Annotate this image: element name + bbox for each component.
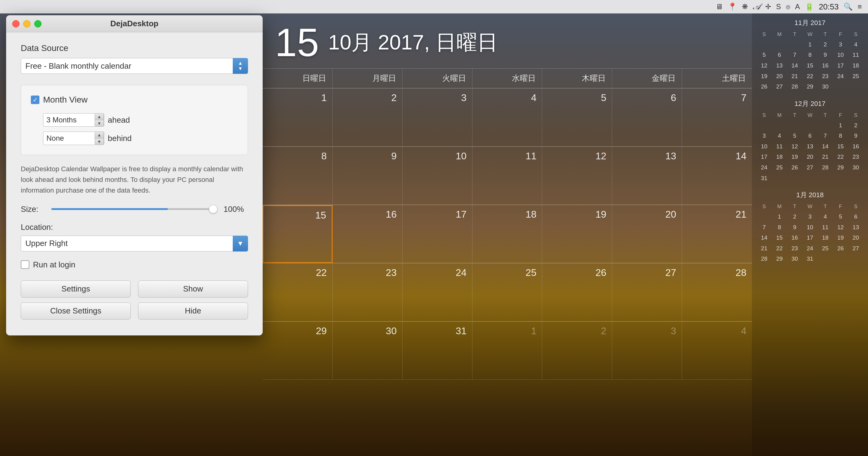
show-button[interactable]: Show [138, 281, 248, 298]
calendar-day-cell[interactable]: 2 [333, 89, 403, 146]
calendar-day-cell[interactable]: 1 [472, 322, 542, 380]
close-settings-button[interactable]: Close Settings [21, 302, 131, 320]
script-icon[interactable]: 𝒜 [753, 2, 760, 12]
calendar-day-cell[interactable]: 19 [542, 205, 612, 263]
mini-calendar-grid: SMTWTFS123456789101112131415161718192021… [757, 111, 863, 183]
mini-cal-header-cell: M [772, 202, 787, 211]
calendar-day-cell[interactable]: 22 [263, 263, 333, 321]
calendar-day-cell[interactable]: 30 [333, 322, 403, 380]
mini-cal-day-cell [818, 121, 833, 131]
mini-cal-day-cell: 19 [833, 233, 848, 243]
ahead-down-arrow[interactable]: ▼ [95, 120, 103, 127]
month-view-label: Month View [43, 95, 88, 105]
calendar-header-row: 日曜日月曜日火曜日水曜日木曜日金曜日土曜日 [263, 68, 752, 88]
calendar-day-cell[interactable]: 8 [263, 147, 333, 205]
mini-cal-day-cell: 22 [772, 243, 787, 254]
calendar-day-cell[interactable]: 1 [263, 89, 333, 146]
wifi-icon[interactable]: ⌾ [786, 2, 790, 11]
mini-cal-header-cell: T [818, 202, 833, 211]
mini-cal-day-cell: 30 [818, 82, 833, 92]
mini-cal-header-cell: T [787, 30, 802, 39]
calendar-day-cell[interactable]: 16 [333, 205, 403, 263]
close-button[interactable] [12, 20, 20, 28]
menu-icon[interactable]: ≡ [858, 2, 862, 11]
behind-down-arrow[interactable]: ▼ [95, 138, 103, 145]
calendar-day-cell[interactable]: 4 [682, 322, 752, 380]
calendar-header: 15 10月 2017, 日曜日 [263, 13, 752, 68]
mini-cal-day-cell: 21 [818, 152, 833, 162]
calendar-day-cell[interactable]: 7 [682, 89, 752, 146]
mini-cal-day-cell [787, 121, 802, 131]
calendar-day-cell[interactable]: 25 [472, 263, 542, 321]
mini-cal-day-cell: 4 [772, 131, 787, 141]
mini-cal-day-cell: 20 [848, 233, 863, 243]
mini-cal-day-cell: 11 [818, 223, 833, 233]
calendar-day-cell[interactable]: 23 [333, 263, 403, 321]
calendar-day-cell[interactable]: 13 [612, 147, 682, 205]
calendar-day-cell[interactable]: 20 [612, 205, 682, 263]
calendar-day-cell[interactable]: 28 [682, 263, 752, 321]
month-view-checkbox[interactable]: ✓ [31, 96, 39, 104]
calendar-day-cell[interactable]: 24 [403, 263, 472, 321]
monitor-icon[interactable]: 🖥 [716, 2, 723, 11]
calendar-day-cell[interactable]: 5 [542, 89, 612, 146]
mini-cal-day-cell: 29 [803, 82, 817, 92]
calendar-day-number-cell: 21 [687, 209, 746, 220]
battery-icon[interactable]: 🔋 [805, 2, 814, 11]
mini-cal-day-cell: 16 [787, 233, 802, 243]
mini-cal-day-cell: 25 [848, 71, 863, 82]
mini-cal-day-cell: 10 [803, 223, 817, 233]
calendar-day-number-cell: 20 [618, 209, 676, 220]
mini-cal-day-cell: 28 [787, 82, 802, 92]
maximize-button[interactable] [34, 20, 41, 28]
mini-cal-header-cell: T [818, 111, 833, 120]
mini-cal-day-cell: 19 [757, 71, 772, 82]
crosshair-icon[interactable]: ✛ [765, 2, 771, 11]
mini-cal-day-cell [803, 173, 817, 184]
settings-button[interactable]: Settings [21, 281, 131, 298]
location-arrow[interactable]: ▼ [233, 236, 248, 252]
calendar-day-cell[interactable]: 12 [542, 147, 612, 205]
calendar-day-cell[interactable]: 3 [612, 322, 682, 380]
a-letter-icon[interactable]: A [795, 2, 800, 11]
calendar-day-cell[interactable]: 2 [542, 322, 612, 380]
calendar-day-cell[interactable]: 6 [612, 89, 682, 146]
mini-cal-day-cell: 8 [772, 223, 787, 233]
mini-cal-header-cell: S [757, 111, 772, 120]
dropbox-icon[interactable]: ❋ [742, 2, 748, 11]
data-source-arrow[interactable]: ▲ ▼ [233, 58, 248, 74]
behind-label: behind [108, 134, 132, 143]
run-at-login-checkbox[interactable] [21, 260, 29, 269]
calendar-day-cell[interactable]: 3 [403, 89, 472, 146]
behind-stepper-arrows[interactable]: ▲ ▼ [95, 132, 104, 145]
calendar-day-cell[interactable]: 26 [542, 263, 612, 321]
calendar-day-cell[interactable]: 18 [472, 205, 542, 263]
behind-up-arrow[interactable]: ▲ [95, 132, 103, 138]
mini-cal-day-cell [833, 173, 848, 184]
calendar-day-cell[interactable]: 15 [263, 205, 333, 263]
calendar-day-cell[interactable]: 31 [403, 322, 472, 380]
calendar-day-cell[interactable]: 9 [333, 147, 403, 205]
mini-cal-day-cell: 20 [803, 152, 817, 162]
calendar-day-cell[interactable]: 10 [403, 147, 472, 205]
calendar-day-cell[interactable]: 17 [403, 205, 472, 263]
hide-button[interactable]: Hide [138, 302, 248, 320]
calendar-day-cell[interactable]: 14 [682, 147, 752, 205]
calendar-day-number-cell: 23 [338, 267, 397, 279]
calendar-day-cell[interactable]: 27 [612, 263, 682, 321]
minimize-button[interactable] [23, 20, 31, 28]
search-icon[interactable]: 🔍 [843, 2, 853, 11]
calendar-day-cell[interactable]: 11 [472, 147, 542, 205]
calendar-day-cell[interactable]: 21 [682, 205, 752, 263]
ahead-stepper-arrows[interactable]: ▲ ▼ [95, 113, 104, 127]
calendar-day-cell[interactable]: 29 [263, 322, 333, 380]
size-slider[interactable] [51, 208, 217, 210]
calendar-day-cell[interactable]: 4 [472, 89, 542, 146]
location-icon[interactable]: 📍 [728, 2, 737, 11]
mini-cal-day-cell: 6 [803, 131, 817, 141]
calendar-day-number-cell: 18 [478, 209, 537, 220]
mini-cal-header-cell: S [757, 30, 772, 39]
calendar-day-number-cell: 31 [408, 325, 467, 337]
ahead-up-arrow[interactable]: ▲ [95, 113, 103, 120]
s-letter-icon[interactable]: S [776, 2, 781, 11]
